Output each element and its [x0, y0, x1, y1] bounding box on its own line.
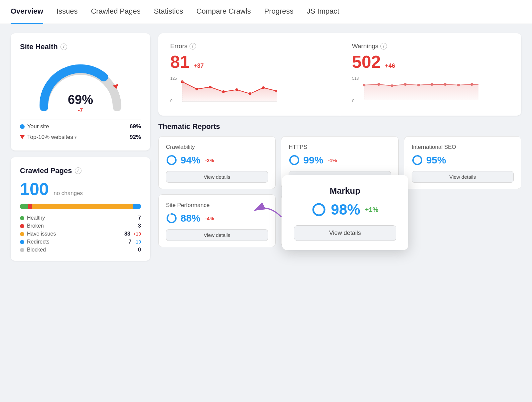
crawl-value-healthy: 7 — [138, 215, 141, 221]
crawl-value-issues: 83 — [124, 231, 130, 237]
errors-value-row: 81 +37 — [170, 52, 328, 72]
report-card-crawlability: Crawlability 94% -2% View details — [158, 136, 276, 189]
reports-grid: Crawlability 94% -2% View details HTTPS — [158, 136, 521, 247]
legend-row-top10: Top-10% websites ▾ 92% — [20, 132, 141, 143]
nav-item-overview[interactable]: Overview — [11, 0, 43, 24]
crawled-pages-info-icon[interactable]: i — [75, 167, 81, 174]
view-details-crawlability[interactable]: View details — [166, 171, 268, 183]
view-details-site-performance[interactable]: View details — [166, 229, 268, 241]
crawl-text-redirects: Redirects — [27, 239, 50, 245]
pb-issues — [32, 204, 132, 209]
crawl-text-blocked: Blocked — [27, 247, 46, 253]
popup-card: Markup 98% +1% View details — [282, 175, 408, 250]
errors-label-row: Errors i — [170, 43, 328, 50]
gauge-container: 69% -7 — [20, 54, 141, 117]
warnings-chart-min-label: 0 — [352, 99, 354, 103]
errors-change: +37 — [194, 62, 204, 69]
warnings-value: 502 — [352, 52, 381, 72]
svg-point-5 — [222, 90, 225, 93]
errors-value: 81 — [170, 52, 190, 72]
chevron-down-icon[interactable]: ▾ — [74, 135, 77, 140]
crawl-value-redirects-container: 7 -19 — [128, 239, 141, 245]
warnings-label-row: Warnings i — [352, 43, 510, 50]
crawled-pages-title: Crawled Pages i — [20, 166, 141, 175]
legend-text-your-site: Your site — [27, 123, 49, 130]
crawl-dot-broken — [20, 224, 24, 228]
legend-value-top10: 92% — [130, 134, 141, 141]
view-details-international-seo[interactable]: View details — [412, 171, 514, 183]
report-score-row-international-seo: 95% — [412, 154, 514, 166]
crawl-legend-healthy: Healthy 7 — [20, 215, 141, 221]
report-score-site-performance: 88% — [181, 213, 200, 224]
crawl-legend-issues: Have issues 83 +19 — [20, 231, 141, 237]
errors-chart-min-label: 0 — [170, 99, 173, 103]
crawl-dot-issues — [20, 232, 24, 236]
crawled-pages-count-row: 100 no changes — [20, 179, 141, 199]
top-metrics: Errors i 81 +37 125 — [158, 33, 521, 116]
report-score-international-seo: 95% — [426, 154, 446, 166]
report-change-https: -1% — [328, 157, 337, 163]
report-card-title-https: HTTPS — [289, 144, 391, 151]
report-card-international-seo: International SEO 95% View details — [404, 136, 521, 189]
site-health-info-icon[interactable]: i — [61, 44, 67, 50]
crawl-label-issues: Have issues — [20, 231, 56, 237]
crawl-value-issues-container: 83 +19 — [124, 231, 141, 237]
main-content: Site Health i 69% -7 — [0, 24, 532, 270]
right-column: Errors i 81 +37 125 — [158, 33, 521, 261]
crawl-text-issues: Have issues — [27, 231, 56, 237]
nav-item-issues[interactable]: Issues — [57, 0, 78, 24]
nav-item-crawled-pages[interactable]: Crawled Pages — [91, 0, 140, 24]
svg-point-4 — [209, 86, 211, 88]
svg-point-3 — [196, 88, 198, 90]
nav-item-compare-crawls[interactable]: Compare Crawls — [197, 0, 251, 24]
gauge-center: 69% -7 — [68, 93, 93, 114]
popup-ring-icon — [312, 202, 326, 217]
crawled-pages-count: 100 — [20, 179, 49, 199]
popup-score: 98% — [331, 201, 360, 218]
site-health-card: Site Health i 69% -7 — [11, 33, 150, 151]
nav-item-statistics[interactable]: Statistics — [154, 0, 183, 24]
svg-point-8 — [262, 86, 265, 89]
popup-title: Markup — [294, 186, 396, 196]
svg-point-16 — [404, 83, 407, 86]
warnings-info-icon[interactable]: i — [380, 43, 387, 50]
ring-icon-site-performance — [166, 213, 177, 224]
report-card-internal-links: Internal Links 87% View details — [281, 194, 398, 247]
ring-icon-https — [289, 154, 300, 166]
svg-marker-1 — [182, 82, 277, 102]
legend-dot-your-site — [20, 124, 25, 129]
report-card-title-crawlability: Crawlability — [166, 144, 268, 151]
svg-point-7 — [249, 92, 251, 95]
thematic-reports-title: Thematic Reports — [158, 122, 521, 131]
report-change-crawlability: -2% — [205, 157, 214, 163]
nav-item-progress[interactable]: Progress — [264, 0, 293, 24]
thematic-reports-section: Thematic Reports Crawlability 94% -2% Vi… — [158, 122, 521, 247]
svg-point-31 — [167, 214, 176, 223]
legend-text-top10: Top-10% websites — [27, 134, 73, 141]
errors-info-icon[interactable]: i — [190, 43, 196, 50]
nav-item-js-impact[interactable]: JS Impact — [307, 0, 339, 24]
svg-point-19 — [444, 83, 447, 86]
errors-box: Errors i 81 +37 125 — [158, 33, 340, 116]
pb-broken — [28, 204, 32, 209]
legend-row-your-site: Your site 69% — [20, 121, 141, 132]
svg-point-36 — [313, 204, 325, 215]
legend-label-top10: Top-10% websites ▾ — [20, 134, 77, 141]
errors-label: Errors — [170, 43, 188, 50]
crawl-text-healthy: Healthy — [27, 215, 45, 221]
crawled-pages-bar — [20, 204, 141, 209]
crawl-value-blocked: 0 — [138, 247, 141, 253]
popup-change: +1% — [365, 206, 378, 214]
crawl-legend: Healthy 7 Broken 3 Have issues — [20, 215, 141, 253]
popup-view-details-button[interactable]: View details — [294, 225, 396, 241]
crawl-dot-healthy — [20, 216, 24, 220]
site-health-title: Site Health i — [20, 43, 141, 51]
report-score-crawlability: 94% — [181, 154, 200, 166]
navigation: Overview Issues Crawled Pages Statistics… — [0, 0, 532, 24]
crawl-legend-broken: Broken 3 — [20, 223, 141, 229]
gauge-percent: 69% — [68, 93, 93, 107]
svg-point-18 — [431, 83, 433, 86]
warnings-value-row: 502 +46 — [352, 52, 510, 72]
crawled-pages-status: no changes — [54, 190, 83, 196]
crawl-label-blocked: Blocked — [20, 247, 46, 253]
